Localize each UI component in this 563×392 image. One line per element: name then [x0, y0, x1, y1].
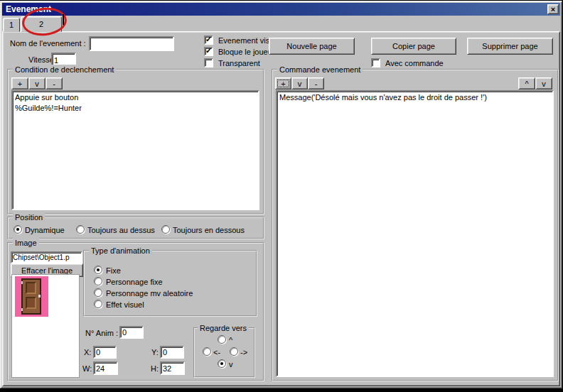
- radio-toujours-en-dessous-label: Toujours en dessous: [173, 226, 245, 234]
- command-edit-button[interactable]: v: [291, 77, 308, 89]
- radio-effet-visuel-label: Effet visuel: [106, 300, 144, 309]
- checkbox-event-visible[interactable]: [204, 36, 213, 45]
- radio-personnage-mv-aleatoire-label: Personnage mv aleatoire: [106, 289, 193, 298]
- radio-personnage-fixe[interactable]: [94, 277, 102, 285]
- command-remove-button[interactable]: -: [308, 77, 324, 89]
- command-group: Commande evenement + v - ^ v Message('Dé…: [272, 69, 559, 381]
- tab-1[interactable]: 1: [3, 18, 20, 32]
- radio-look-down[interactable]: [218, 359, 226, 368]
- radio-fixe[interactable]: [94, 266, 102, 274]
- h-label: H:: [151, 364, 159, 373]
- look-direction-group: Regarde vers ^ <- -> v: [193, 327, 255, 378]
- radio-personnage-mv-aleatoire[interactable]: [94, 288, 102, 297]
- condition-list-item[interactable]: %Guilde%!=Hunter: [15, 103, 256, 114]
- radio-look-right[interactable]: [230, 347, 238, 356]
- image-path-field[interactable]: [11, 251, 82, 263]
- copy-page-button[interactable]: Copier page: [371, 38, 456, 55]
- sprite-background: [15, 276, 48, 317]
- door-handle: [38, 295, 41, 298]
- command-group-title: Commande evenement: [277, 65, 363, 75]
- image-group-title: Image: [13, 238, 39, 248]
- condition-remove-button[interactable]: -: [45, 77, 63, 89]
- radio-dynamique[interactable]: [14, 225, 22, 234]
- door-hinge-bottom: [21, 308, 23, 311]
- condition-add-button[interactable]: +: [11, 77, 28, 89]
- checkbox-transparent[interactable]: [204, 58, 213, 67]
- x-label: X:: [84, 348, 91, 356]
- command-add-button[interactable]: +: [275, 77, 291, 89]
- command-list-item[interactable]: Message('Désolé mais vous n'avez pas le …: [279, 92, 550, 103]
- w-label: W:: [82, 364, 92, 373]
- animation-type-group: Type d'animation Fixe Personnage fixe Pe…: [83, 250, 257, 317]
- anim-number-label: N° Anim :: [85, 329, 118, 337]
- command-move-down-button[interactable]: v: [535, 77, 552, 89]
- tab-1-label: 1: [9, 21, 14, 29]
- x-input[interactable]: [93, 346, 117, 359]
- radio-look-up-label: ^: [229, 336, 232, 344]
- radio-look-up[interactable]: [218, 335, 226, 344]
- radio-look-left-label: <-: [213, 348, 220, 356]
- y-label: Y:: [151, 348, 159, 356]
- delete-page-button[interactable]: Supprimer page: [467, 38, 553, 55]
- radio-toujours-en-dessous[interactable]: [161, 225, 170, 234]
- condition-edit-button[interactable]: v: [28, 77, 45, 89]
- anim-number-input[interactable]: [119, 326, 144, 339]
- y-input[interactable]: [160, 346, 184, 359]
- command-list[interactable]: Message('Désolé mais vous n'avez pas le …: [276, 90, 554, 377]
- checkbox-with-command-label: Avec commande: [385, 59, 444, 67]
- radio-toujours-au-dessus[interactable]: [76, 225, 85, 234]
- checkbox-transparent-label: Transparent: [218, 59, 260, 67]
- radio-look-down-label: v: [229, 360, 233, 369]
- radio-dynamique-label: Dynamique: [25, 226, 65, 234]
- new-page-button[interactable]: Nouvelle page: [269, 38, 355, 55]
- condition-list-item[interactable]: Appuie sur bouton: [15, 92, 256, 103]
- checkbox-block-player[interactable]: [204, 47, 213, 56]
- event-name-input[interactable]: [89, 36, 174, 51]
- radio-look-left[interactable]: [203, 347, 211, 356]
- titlebar[interactable]: Evenement: [2, 3, 560, 16]
- close-button[interactable]: ×: [547, 4, 559, 14]
- event-editor-screen: Evenement × 1 2 Nom de l'evenement : Vit…: [0, 0, 563, 392]
- radio-toujours-au-dessus-label: Toujours au dessus: [87, 226, 155, 234]
- checkbox-with-command[interactable]: [371, 58, 380, 67]
- radio-look-right-label: ->: [240, 348, 247, 356]
- position-group: Position Dynamique Toujours au dessus To…: [7, 217, 264, 239]
- animation-type-group-title: Type d'animation: [89, 246, 152, 256]
- position-group-title: Position: [13, 212, 45, 222]
- event-name-label: Nom de l'evenement :: [10, 39, 86, 48]
- image-preview[interactable]: [11, 274, 80, 378]
- mouse-cursor: [63, 14, 64, 25]
- condition-list[interactable]: Appuie sur bouton %Guilde%!=Hunter: [11, 90, 259, 210]
- look-direction-group-title: Regarde vers: [198, 323, 249, 333]
- condition-group-title: Condition de declenchement: [13, 65, 116, 75]
- w-input[interactable]: [93, 361, 118, 375]
- radio-fixe-label: Fixe: [106, 266, 121, 275]
- door-panel-top: [26, 282, 36, 294]
- door-panel-bottom: [26, 297, 36, 309]
- condition-group: Condition de declenchement + v - Appuie …: [7, 69, 264, 214]
- radio-effet-visuel[interactable]: [94, 300, 102, 308]
- checkbox-block-player-label: Bloque le joueur: [218, 48, 275, 56]
- command-move-up-button[interactable]: ^: [518, 77, 535, 89]
- h-input[interactable]: [160, 361, 185, 375]
- door-hinge-top: [21, 281, 23, 284]
- door-sprite: [21, 278, 41, 315]
- radio-personnage-fixe-label: Personnage fixe: [106, 278, 163, 286]
- close-icon: ×: [551, 6, 555, 13]
